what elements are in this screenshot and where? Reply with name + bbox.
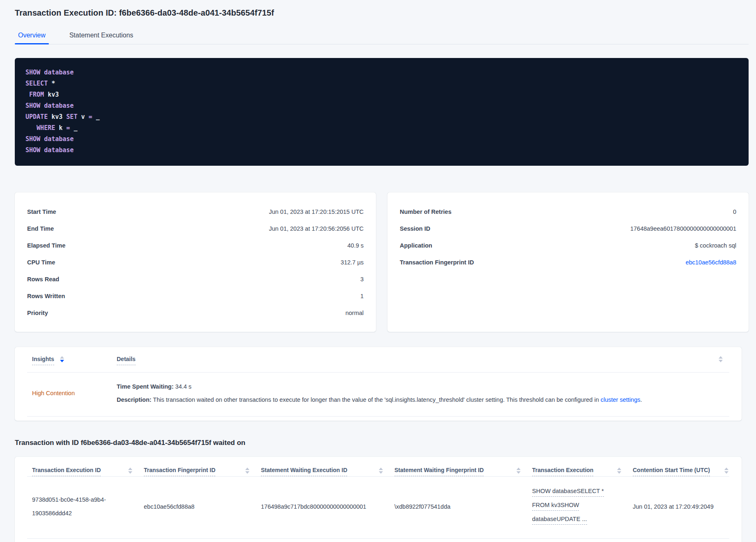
sort-desc-arrow-icon[interactable] [719,360,723,362]
sort-asc-arrow-icon[interactable] [245,468,249,470]
sort-asc-arrow-icon[interactable] [128,468,132,470]
summary-row-session-id: Session ID 17648a9eea6017800000000000000… [400,220,736,237]
sort-asc-arrow-icon[interactable] [724,468,728,470]
row-value: 1 [360,293,364,299]
transaction-execution-link-line[interactable]: FROM kv3SHOW [532,500,579,511]
cell-transaction-execution-statement-link: SHOW databaseSELECT * FROM kv3SHOW datab… [532,486,633,528]
row-value: 17648a9eea6017800000000000000001 [630,225,736,232]
page-title: Transaction Execution ID: f6be6366-da03-… [15,8,756,18]
column-header-transaction-execution-id[interactable]: Transaction Execution ID [32,467,144,476]
waiting-value: 34.4 s [174,383,192,390]
sort-icon[interactable] [617,468,621,474]
waited-on-table-row: 9738d051-bc0e-4158-a9b4-1903586ddd42 ebc… [27,477,729,539]
row-value: 3 [360,276,364,283]
tab-statement-executions[interactable]: Statement Executions [66,28,137,44]
description-period: . [640,396,642,403]
column-header-details[interactable]: Details [117,355,713,365]
waiting-label: Time Spent Waiting: [117,383,174,390]
sort-icon[interactable] [60,356,64,362]
sort-asc-arrow-icon[interactable] [379,468,383,470]
row-label: Application [400,242,432,249]
sort-icon[interactable] [128,468,132,474]
sort-asc-arrow-icon[interactable] [617,468,621,470]
sort-asc-arrow-icon[interactable] [516,468,521,470]
row-value: Jun 01, 2023 at 17:20:15:2015 UTC [269,208,364,215]
sort-asc-arrow-icon[interactable] [60,356,64,359]
description-line: Description: This transaction waited on … [117,393,729,406]
row-label: Priority [27,310,48,316]
row-label: Rows Read [27,276,59,283]
column-label[interactable]: Contention Start Time (UTC) [633,467,710,476]
transaction-execution-link-line[interactable]: databaseUPDATE ... [532,514,587,525]
summary-row-end-time: End Time Jun 01, 2023 at 17:20:56:2056 U… [27,220,364,237]
summary-row-rows-read: Rows Read 3 [27,271,364,287]
sort-desc-arrow-icon[interactable] [245,471,249,474]
summary-row-application: Application $ cockroach sql [400,237,736,254]
cluster-settings-link[interactable]: cluster settings [601,396,641,403]
sql-statements-box: SHOW databaseSELECT * FROM kv3SHOW datab… [15,58,749,166]
sql-code-line: FROM kv3 [25,89,738,100]
column-label[interactable]: Transaction Execution [532,467,593,476]
summary-cards: Start Time Jun 01, 2023 at 17:20:15:2015… [15,192,749,332]
sort-icon[interactable] [379,468,383,474]
summary-row-start-time: Start Time Jun 01, 2023 at 17:20:15:2015… [27,203,364,220]
sort-desc-arrow-icon[interactable] [617,471,621,474]
sort-desc-arrow-icon[interactable] [60,360,64,362]
row-label: Number of Retries [400,208,452,215]
tab-overview[interactable]: Overview [15,28,49,44]
column-header-transaction-fingerprint-id[interactable]: Transaction Fingerprint ID [144,467,261,476]
column-label[interactable]: Transaction Fingerprint ID [144,467,215,476]
insight-details: Time Spent Waiting: 34.4 s Description: … [117,380,729,406]
column-header-statement-waiting-fingerprint-id[interactable]: Statement Waiting Fingerprint ID [394,467,532,476]
insights-table-card: Insights Details High Contention Time Sp… [15,347,742,421]
sql-code-line: SHOW database [25,67,738,78]
row-label: Start Time [27,208,56,215]
insights-table-header: Insights Details [27,347,729,373]
sort-desc-arrow-icon[interactable] [128,471,132,474]
sort-desc-arrow-icon[interactable] [379,471,383,474]
row-value: 40.9 s [348,242,364,249]
sort-icon[interactable] [719,356,723,362]
summary-row-rows-written: Rows Written 1 [27,287,364,304]
column-header-extra-sort[interactable] [713,355,729,363]
column-header-transaction-execution[interactable]: Transaction Execution [532,467,633,476]
row-label: Elapsed Time [27,242,65,249]
description-label: Description: [117,396,152,403]
column-label[interactable]: Transaction Execution ID [32,467,101,476]
row-label: Transaction Fingerprint ID [400,259,474,266]
cell-transaction-fingerprint-id: ebc10ae56cfd88a8 [144,500,261,514]
transaction-execution-link-line[interactable]: SHOW databaseSELECT * [532,486,604,497]
sort-desc-arrow-icon[interactable] [724,471,728,474]
row-label: Session ID [400,225,430,232]
row-value: 0 [733,208,736,215]
sort-icon[interactable] [516,468,521,474]
details-column-label[interactable]: Details [117,356,136,365]
insights-column-label[interactable]: Insights [32,356,54,365]
column-label[interactable]: Statement Waiting Execution ID [261,467,347,476]
sort-asc-arrow-icon[interactable] [719,356,723,359]
cell-transaction-execution-id: 9738d051-bc0e-4158-a9b4-1903586ddd42 [32,493,144,520]
insight-type-badge: High Contention [32,390,117,396]
column-header-contention-start-time[interactable]: Contention Start Time (UTC) [633,467,729,476]
sort-desc-arrow-icon[interactable] [516,471,521,474]
transaction-fingerprint-link[interactable]: ebc10ae56cfd88a8 [686,259,736,266]
sort-icon[interactable] [245,468,249,474]
column-header-insights[interactable]: Insights [32,355,117,365]
summary-row-transaction-fingerprint-id: Transaction Fingerprint ID ebc10ae56cfd8… [400,254,736,271]
row-value: normal [346,310,364,316]
insight-row-high-contention: High Contention Time Spent Waiting: 34.4… [27,373,729,417]
row-value: 312.7 µs [341,259,364,266]
sort-icon[interactable] [724,468,728,474]
sql-code-line: SHOW database [25,134,738,145]
waited-on-table-header: Transaction Execution ID Transaction Fin… [27,457,729,477]
row-label: Rows Written [27,293,65,299]
transaction-execution-page: Transaction Execution ID: f6be6366-da03-… [0,0,756,542]
row-value: $ cockroach sql [695,242,736,249]
waited-on-heading: Transaction with ID f6be6366-da03-48de-a… [15,439,756,447]
cell-statement-waiting-fingerprint-id: \xdb8922f077541dda [394,500,532,514]
column-header-statement-waiting-execution-id[interactable]: Statement Waiting Execution ID [261,467,394,476]
summary-row-retries: Number of Retries 0 [400,203,736,220]
summary-row-elapsed-time: Elapsed Time 40.9 s [27,237,364,254]
column-label[interactable]: Statement Waiting Fingerprint ID [394,467,484,476]
sql-code-line: WHERE k = _ [25,123,738,134]
